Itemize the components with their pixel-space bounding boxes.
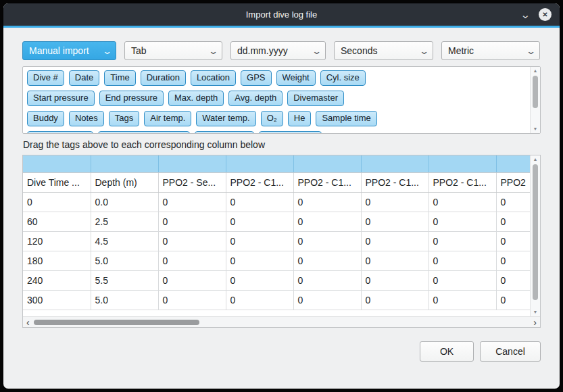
table-vscrollbar[interactable]: ▲ ▼ <box>530 155 540 316</box>
draggable-tag-start-pressure[interactable]: Start pressure <box>27 91 95 106</box>
draggable-tag-notes[interactable]: Notes <box>69 111 104 126</box>
chevron-down-icon: ⌄ <box>97 46 113 56</box>
draggable-tag-avg-depth[interactable]: Avg. depth <box>228 91 283 106</box>
draggable-tag-sample-time[interactable]: Sample time <box>316 111 376 126</box>
table-cell: 0 <box>496 212 530 231</box>
table-cell: 0 <box>496 231 530 251</box>
column-header: PPO2 <box>496 172 530 192</box>
tag-scrollbar[interactable]: ▲ ▼ <box>530 67 540 133</box>
table-cell: 0 <box>496 290 530 310</box>
table-cell: 0 <box>496 270 530 290</box>
table-cell: 0 <box>226 270 293 290</box>
column-drop-target[interactable] <box>158 155 226 172</box>
table-cell: 120 <box>23 231 91 251</box>
draggable-tag-max-depth[interactable]: Max. depth <box>168 91 224 106</box>
scroll-left-icon[interactable]: ‹ <box>26 318 30 327</box>
column-drop-target[interactable] <box>226 155 293 172</box>
draggable-tag-air-temp[interactable]: Air temp. <box>144 111 191 126</box>
column-drop-target[interactable] <box>91 155 158 172</box>
column-drop-target[interactable] <box>23 155 91 172</box>
table-cell: 0 <box>429 290 496 310</box>
date-format-combo[interactable]: dd.mm.yyyy ⌄ <box>230 41 326 60</box>
table-cell: 0 <box>293 212 361 231</box>
chevron-down-icon: ⌄ <box>306 46 322 56</box>
table-cell: 0 <box>293 192 361 212</box>
field-separator-combo[interactable]: Tab ⌄ <box>124 41 222 60</box>
close-icon: ✕ <box>542 11 547 18</box>
table-hscrollbar[interactable]: ‹ › <box>23 316 540 327</box>
scroll-up-icon[interactable]: ▲ <box>531 156 540 163</box>
hscroll-thumb[interactable] <box>34 320 199 325</box>
titlebar[interactable]: Import dive log file ⌄ ✕ <box>3 3 560 26</box>
table-cell: 0 <box>158 212 226 231</box>
column-drop-target[interactable] <box>361 155 429 172</box>
table-cell: 4.5 <box>91 231 158 251</box>
draggable-tag-water-temp[interactable]: Water temp. <box>196 111 255 126</box>
draggable-tag-buddy[interactable]: Buddy <box>27 111 64 126</box>
tag-row: Dive #DateTimeDurationLocationGPSWeightC… <box>27 70 526 86</box>
draggable-tag-duration[interactable]: Duration <box>141 70 186 86</box>
column-drop-target[interactable] <box>496 155 530 172</box>
draggable-tag-sample-po[interactable]: Sample pO₂ <box>195 131 254 133</box>
table-row: 3005.0000000 <box>23 290 530 310</box>
combo-value: dd.mm.yyyy <box>237 45 288 56</box>
draggable-tag-sample-cns[interactable]: Sample CNS <box>259 131 322 133</box>
column-drop-target[interactable] <box>293 155 361 172</box>
table-row: 00.0000000 <box>23 192 530 212</box>
scroll-down-icon[interactable]: ▼ <box>531 126 540 132</box>
draggable-tag-gps[interactable]: GPS <box>241 70 271 86</box>
draggable-tag-end-pressure[interactable]: End pressure <box>99 91 164 106</box>
combo-value: Tab <box>131 45 147 56</box>
draggable-tag-date[interactable]: Date <box>69 70 99 86</box>
table-cell: 0 <box>293 231 361 251</box>
table-row: 2405.5000000 <box>23 270 530 290</box>
ok-button[interactable]: OK <box>420 341 474 362</box>
duration-format-combo[interactable]: Seconds ⌄ <box>334 41 433 60</box>
hscroll-track[interactable] <box>32 317 532 328</box>
draggable-tag-time[interactable]: Time <box>104 70 135 86</box>
scrollbar-thumb[interactable] <box>533 76 538 108</box>
combo-value: Manual import <box>29 45 89 56</box>
draggable-tag-cyl-size[interactable]: Cyl. size <box>320 70 366 86</box>
draggable-tag-weight[interactable]: Weight <box>276 70 316 86</box>
draggable-tag-sample-depth[interactable]: Sample depth <box>27 131 93 133</box>
scrollbar-thumb[interactable] <box>533 164 538 300</box>
table-cell: 60 <box>23 212 91 231</box>
table-cell: 0 <box>361 270 429 290</box>
titlebar-buttons: ⌄ ✕ <box>521 8 552 21</box>
import-dive-log-dialog: Import dive log file ⌄ ✕ Manual import ⌄… <box>3 3 560 389</box>
header-row: Dive Time ...Depth (m)PPO2 - Se...PPO2 -… <box>23 172 530 192</box>
draggable-tag-location[interactable]: Location <box>191 70 236 86</box>
preview-table-widget: Dive Time ...Depth (m)PPO2 - Se...PPO2 -… <box>22 155 541 328</box>
table-cell: 300 <box>23 290 91 310</box>
column-header: PPO2 - C1... <box>226 172 293 192</box>
scroll-right-icon[interactable]: › <box>533 318 537 327</box>
scroll-up-icon[interactable]: ▲ <box>531 68 540 74</box>
draggable-tag-he[interactable]: He <box>288 111 312 126</box>
draggable-tag-tags[interactable]: Tags <box>109 111 139 126</box>
units-combo[interactable]: Metric ⌄ <box>441 41 540 60</box>
table-cell: 0 <box>293 251 361 270</box>
import-preview-table: Dive Time ...Depth (m)PPO2 - Se...PPO2 -… <box>23 155 530 310</box>
chevron-down-icon: ⌄ <box>520 46 537 56</box>
table-cell: 0 <box>226 231 293 251</box>
draggable-tag-dive[interactable]: Dive # <box>27 70 64 86</box>
column-drop-target[interactable] <box>429 155 496 172</box>
scroll-down-icon[interactable]: ▼ <box>531 309 540 316</box>
window-title: Import dive log file <box>3 9 560 20</box>
draggable-tag-o[interactable]: O₂ <box>261 111 283 126</box>
chevron-down-icon[interactable]: ⌄ <box>520 9 531 20</box>
draggable-tag-sample-temperature[interactable]: Sample temperature <box>98 131 190 133</box>
draggable-tag-divemaster[interactable]: Divemaster <box>287 91 344 106</box>
chevron-down-icon: ⌄ <box>414 46 430 56</box>
column-header: PPO2 - C1... <box>361 172 429 192</box>
table-cell: 0 <box>361 192 429 212</box>
table-row: 1204.5000000 <box>23 231 530 251</box>
close-button[interactable]: ✕ <box>539 8 552 21</box>
drag-hint-label: Drag the tags above to each correspondin… <box>23 139 541 150</box>
table-cell: 0 <box>226 290 293 310</box>
chevron-down-icon: ⌄ <box>203 46 219 56</box>
import-type-combo[interactable]: Manual import ⌄ <box>22 41 116 60</box>
cancel-button[interactable]: Cancel <box>480 341 541 362</box>
table-cell: 0 <box>361 212 429 231</box>
